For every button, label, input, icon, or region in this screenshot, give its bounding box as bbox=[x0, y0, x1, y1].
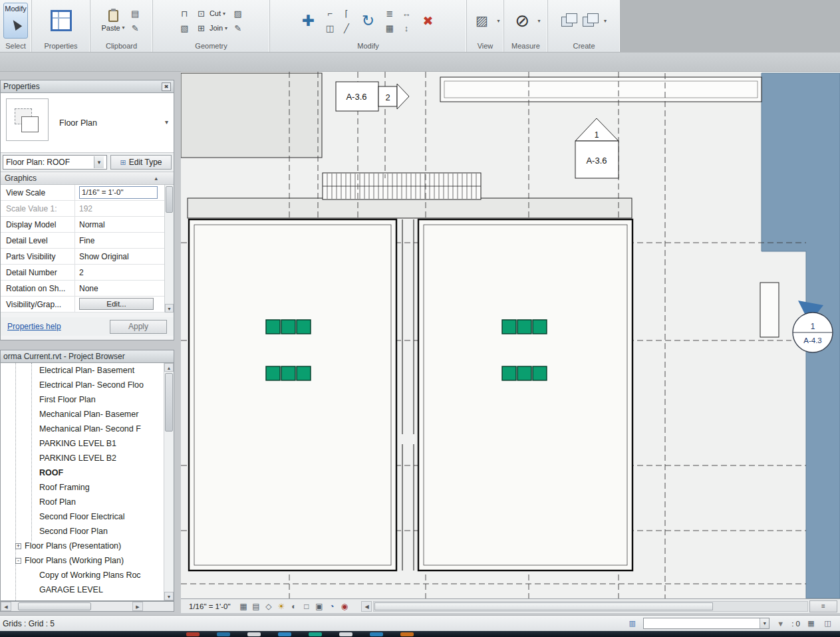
active-workset-dropdown[interactable]: ▾ bbox=[643, 618, 770, 629]
view-settings-button[interactable]: ▨ bbox=[470, 7, 493, 35]
paste-button[interactable]: Paste ▾ bbox=[101, 24, 124, 32]
taskbar-app-icon[interactable] bbox=[186, 632, 200, 636]
visual-style-icon[interactable]: ◇ bbox=[262, 600, 275, 612]
roof-area-right[interactable] bbox=[418, 219, 632, 571]
editable-only-icon[interactable]: ◫ bbox=[822, 618, 833, 628]
move-button[interactable]: ✚ bbox=[297, 7, 320, 35]
split-button[interactable]: ╱ bbox=[341, 22, 353, 35]
sun-path-icon[interactable]: ☀ bbox=[275, 600, 287, 612]
browser-item[interactable]: ROOF bbox=[1, 465, 174, 480]
stair-run[interactable] bbox=[323, 173, 481, 199]
edit-visibility-button[interactable]: Edit... bbox=[79, 298, 154, 310]
demolish-button[interactable]: ✎ bbox=[231, 22, 244, 35]
scroll-left-icon[interactable]: ◀ bbox=[1, 602, 11, 611]
drawing-area[interactable]: A-3.6 2 1 A-3.6 1 A-4.3 bbox=[181, 72, 840, 598]
scroll-up-icon[interactable]: ▲ bbox=[164, 363, 174, 372]
scrollbar-thumb[interactable] bbox=[166, 186, 173, 213]
taskbar-app-icon[interactable] bbox=[278, 632, 291, 636]
property-value[interactable]: Normal bbox=[75, 217, 174, 232]
create-component-button[interactable] bbox=[583, 13, 600, 29]
properties-help-link[interactable]: Properties help bbox=[7, 322, 61, 331]
type-selector-area[interactable]: Floor Plan ▾ bbox=[1, 93, 174, 153]
beam-tools-button[interactable]: ▧ bbox=[178, 22, 191, 35]
browser-scrollbar[interactable]: ▲ ▼ bbox=[164, 363, 174, 600]
taskbar-app-icon[interactable] bbox=[400, 632, 414, 636]
array-button[interactable]: ▦ bbox=[384, 22, 396, 35]
reveal-hidden-icon[interactable]: ◉ bbox=[338, 600, 350, 612]
browser-item[interactable]: Electrical Plan- Basement bbox=[1, 363, 174, 378]
taskbar-app-icon[interactable] bbox=[339, 632, 352, 636]
collapse-icon[interactable]: - bbox=[15, 558, 21, 564]
cut-geometry-button[interactable]: ⊡ Cut ▾ bbox=[195, 7, 225, 20]
mirror-button[interactable]: ◫ bbox=[324, 22, 337, 35]
taskbar-app-icon[interactable] bbox=[370, 632, 383, 636]
view-selector-dropdown[interactable]: Floor Plan: ROOF ▾ bbox=[3, 155, 107, 170]
edit-type-button[interactable]: ⊞ Edit Type bbox=[110, 155, 172, 170]
create-similar-button[interactable] bbox=[561, 13, 579, 29]
scrollbar-menu-icon[interactable]: ≡ bbox=[809, 600, 837, 612]
taskbar-app-icon[interactable] bbox=[217, 632, 230, 636]
browser-item[interactable]: -Floor Plans (Working Plan) bbox=[1, 553, 174, 568]
browser-item[interactable]: Mechanical Plan- Basemer bbox=[1, 407, 174, 422]
scrollbar-thumb[interactable] bbox=[165, 373, 173, 432]
selection-toggle-icon[interactable]: ▦ bbox=[805, 618, 817, 628]
properties-palette-titlebar[interactable]: Properties ✖ bbox=[0, 80, 174, 93]
view-scale-input[interactable]: 1/16" = 1'-0" bbox=[79, 186, 158, 199]
properties-scrollbar[interactable]: ▼ bbox=[164, 185, 174, 313]
detail-level-icon[interactable]: ▤ bbox=[249, 600, 262, 612]
browser-item[interactable]: Copy of Working Plans Roc bbox=[1, 568, 174, 582]
modify-tool-button[interactable]: Modify bbox=[3, 3, 28, 39]
scrollbar-thumb[interactable] bbox=[374, 602, 712, 610]
browser-item[interactable]: PARKING LEVEL B2 bbox=[1, 451, 174, 465]
browser-item[interactable]: +Floor Plans (Presentation) bbox=[1, 539, 174, 553]
browser-item[interactable]: Mechanical Plan- Second F bbox=[1, 422, 174, 436]
measure-button[interactable]: ⊘ bbox=[511, 7, 533, 35]
section-marker-2[interactable]: A-3.6 2 bbox=[336, 82, 409, 111]
trim-button[interactable]: ⌈ bbox=[341, 7, 353, 20]
browser-item[interactable]: Second Floor Plan bbox=[1, 524, 174, 539]
roof-area-left[interactable] bbox=[189, 219, 396, 571]
browser-item[interactable]: GARAGE LEVEL bbox=[1, 582, 174, 597]
rotate-button[interactable]: ↻ bbox=[357, 7, 380, 35]
view-scale-control[interactable]: 1/16" = 1'-0" bbox=[189, 602, 230, 610]
roof-edge-band[interactable] bbox=[188, 198, 632, 218]
show-crop-icon[interactable]: ▣ bbox=[313, 600, 325, 612]
expand-icon[interactable]: + bbox=[15, 543, 21, 549]
copy-button[interactable]: ▤ bbox=[129, 7, 142, 20]
nudge-vertical-button[interactable]: ↕ bbox=[400, 22, 413, 35]
temporary-hide-icon[interactable]: ◔ bbox=[325, 600, 338, 612]
chevron-down-icon[interactable]: ▾ bbox=[165, 118, 168, 126]
collapse-section-icon[interactable]: ▴ bbox=[154, 175, 158, 182]
scroll-right-icon[interactable]: ▶ bbox=[132, 602, 143, 611]
graphics-section-header[interactable]: Graphics ▴ bbox=[1, 172, 174, 185]
delete-button[interactable]: ✖ bbox=[417, 7, 440, 35]
browser-item[interactable]: Roof Framing bbox=[1, 480, 174, 495]
apply-button[interactable]: Apply bbox=[110, 320, 167, 334]
browser-item[interactable]: Roof Plan bbox=[1, 495, 174, 509]
match-type-button[interactable]: ✎ bbox=[129, 22, 142, 35]
scroll-left-icon[interactable]: ◀ bbox=[361, 601, 372, 612]
project-browser-titlebar[interactable]: orma Current.rvt - Project Browser bbox=[0, 350, 174, 363]
property-value[interactable]: None bbox=[75, 281, 174, 296]
windows-taskbar[interactable] bbox=[0, 631, 840, 637]
scrollbar-thumb[interactable] bbox=[18, 602, 91, 610]
roof-strip-top[interactable] bbox=[440, 77, 762, 102]
join-geometry-button[interactable]: ⊞ Join ▾ bbox=[195, 22, 227, 35]
browser-item[interactable]: First Floor Plan bbox=[1, 392, 174, 407]
taskbar-app-icon[interactable] bbox=[247, 632, 261, 636]
shadows-icon[interactable]: ◐ bbox=[287, 600, 300, 612]
crop-view-icon[interactable]: □ bbox=[300, 600, 313, 612]
property-value[interactable]: Fine bbox=[75, 233, 174, 248]
property-value[interactable]: Show Original bbox=[75, 249, 174, 264]
close-icon[interactable]: ✖ bbox=[162, 82, 171, 91]
worksharing-monitor-icon[interactable]: ▥ bbox=[627, 618, 638, 628]
filter-icon[interactable]: ▼ bbox=[775, 618, 786, 628]
canvas-horizontal-scrollbar[interactable] bbox=[373, 601, 808, 612]
align-button[interactable]: ⌐ bbox=[324, 7, 337, 20]
offset-button[interactable]: ≣ bbox=[384, 7, 396, 20]
properties-button[interactable] bbox=[51, 10, 72, 31]
property-value[interactable]: 192 bbox=[75, 201, 174, 216]
cope-button[interactable]: ⊓ bbox=[178, 7, 191, 20]
taskbar-app-icon[interactable] bbox=[309, 632, 322, 636]
browser-item[interactable]: Electrical Plan- Second Floo bbox=[1, 378, 174, 392]
